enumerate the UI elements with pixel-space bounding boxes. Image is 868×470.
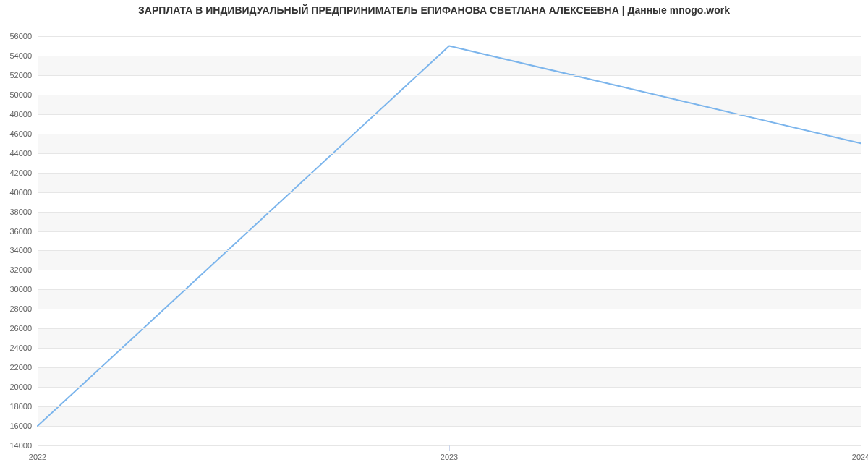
gridline bbox=[38, 309, 861, 309]
y-tick-label: 42000 bbox=[3, 168, 32, 177]
y-tick-label: 20000 bbox=[3, 383, 32, 391]
line-series bbox=[38, 36, 861, 445]
y-tick-label: 44000 bbox=[3, 149, 32, 158]
gridline bbox=[38, 328, 861, 329]
gridline bbox=[38, 250, 861, 251]
x-tick bbox=[38, 445, 38, 451]
gridline bbox=[38, 75, 861, 76]
x-tick-label: 2022 bbox=[29, 453, 46, 461]
y-tick-label: 36000 bbox=[3, 227, 32, 236]
y-tick-label: 46000 bbox=[3, 129, 32, 138]
x-tick-label: 2023 bbox=[441, 453, 458, 461]
gridline bbox=[38, 192, 861, 193]
y-tick-label: 32000 bbox=[3, 265, 32, 274]
gridline bbox=[38, 231, 861, 232]
x-tick-label: 2024 bbox=[852, 453, 868, 461]
x-tick bbox=[449, 445, 450, 451]
gridline bbox=[38, 406, 861, 407]
y-tick-label: 52000 bbox=[3, 71, 32, 80]
gridline bbox=[38, 114, 861, 115]
gridline bbox=[38, 348, 861, 349]
gridline bbox=[38, 212, 861, 213]
y-tick-label: 50000 bbox=[3, 90, 32, 99]
y-tick-label: 16000 bbox=[3, 422, 32, 430]
y-tick-label: 38000 bbox=[3, 208, 32, 216]
chart-title: ЗАРПЛАТА В ИНДИВИДУАЛЬНЫЙ ПРЕДПРИНИМАТЕЛ… bbox=[0, 4, 868, 16]
y-tick-label: 48000 bbox=[3, 110, 32, 119]
y-tick-label: 22000 bbox=[3, 363, 32, 372]
y-tick-label: 40000 bbox=[3, 188, 32, 197]
y-tick-label: 14000 bbox=[3, 441, 32, 450]
y-tick-label: 56000 bbox=[3, 32, 32, 40]
y-tick-label: 28000 bbox=[3, 304, 32, 313]
gridline bbox=[38, 367, 861, 368]
gridline bbox=[38, 270, 861, 270]
gridline bbox=[38, 426, 861, 427]
y-tick-label: 24000 bbox=[3, 343, 32, 352]
y-tick-label: 18000 bbox=[3, 402, 32, 411]
gridline bbox=[38, 289, 861, 290]
gridline bbox=[38, 56, 861, 56]
series-path bbox=[38, 46, 861, 426]
gridline bbox=[38, 153, 861, 154]
y-tick-label: 30000 bbox=[3, 285, 32, 294]
y-tick-label: 26000 bbox=[3, 324, 32, 333]
y-tick-label: 54000 bbox=[3, 51, 32, 60]
x-tick bbox=[861, 445, 861, 451]
gridline bbox=[38, 36, 861, 37]
gridline bbox=[38, 387, 861, 388]
gridline bbox=[38, 134, 861, 134]
gridline bbox=[38, 95, 861, 95]
plot-area: 1400016000180002000022000240002600028000… bbox=[38, 36, 861, 445]
gridline bbox=[38, 173, 861, 174]
y-tick-label: 34000 bbox=[3, 246, 32, 255]
chart-container: ЗАРПЛАТА В ИНДИВИДУАЛЬНЫЙ ПРЕДПРИНИМАТЕЛ… bbox=[0, 0, 868, 470]
